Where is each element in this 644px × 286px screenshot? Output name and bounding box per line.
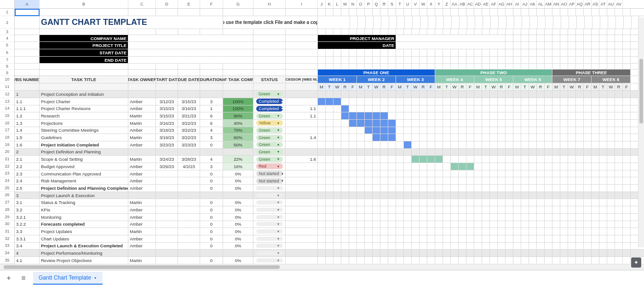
input-project-manager[interactable] (396, 35, 506, 42)
status-pill[interactable]: ▼ (256, 244, 283, 248)
cell-pct[interactable]: 0% (223, 214, 253, 221)
cell-due[interactable] (178, 243, 200, 250)
column-header-P[interactable]: P (365, 0, 373, 8)
cell-wbs[interactable]: 4 (15, 250, 40, 257)
table-row[interactable]: 2.3Communication Plan ApprovedAmber00%No… (15, 170, 644, 178)
row-header-19[interactable]: 19 (0, 141, 14, 149)
cell-wbs[interactable]: 2.5 (15, 185, 40, 192)
vertical-scrollbar[interactable] (638, 18, 644, 247)
cell-title[interactable]: Risk Management (40, 177, 128, 184)
cell-pred[interactable] (286, 141, 318, 148)
cell-start[interactable] (156, 235, 178, 242)
status-pill[interactable]: ▼ (256, 222, 283, 226)
column-header-S[interactable]: S (388, 0, 396, 8)
cell-pred[interactable] (286, 177, 318, 184)
cell-start[interactable] (156, 149, 178, 156)
table-row[interactable]: 1.3ProjectionsMartin3/16/233/22/23640%Ye… (15, 120, 644, 127)
cell-status[interactable]: ▼ (253, 257, 286, 264)
cell-status[interactable]: Completed▼ (253, 105, 286, 112)
cell-pred[interactable] (286, 250, 318, 257)
cell-title[interactable]: Project Updates (40, 228, 128, 235)
cell-wbs[interactable]: 3.3 (15, 228, 40, 235)
column-header-E[interactable]: E (178, 0, 200, 8)
column-header-AP[interactable]: AP (568, 0, 576, 8)
cell-pct[interactable]: 100% (223, 105, 253, 112)
cell-wbs[interactable]: 1.2 (15, 112, 40, 119)
cell-wbs[interactable]: 3.1 (15, 199, 40, 206)
input-end-date[interactable] (128, 57, 253, 64)
row-header-14[interactable]: 14 (0, 105, 14, 112)
cell-pct[interactable] (223, 192, 253, 199)
column-header-AU[interactable]: AU (607, 0, 615, 8)
cell-due[interactable] (178, 199, 200, 206)
cell-wbs[interactable]: 1.4 (15, 127, 40, 134)
cell-due[interactable]: 3/21/23 (178, 112, 200, 119)
table-row[interactable]: 3.1Status & TrackingMartin00%▼ (15, 199, 644, 206)
cell-status[interactable]: Green▼ (253, 141, 286, 148)
cell-pred[interactable]: 1.6 (286, 156, 318, 163)
column-header-AE[interactable]: AE (482, 0, 490, 8)
cell-duration[interactable]: 0 (200, 206, 223, 213)
cell-duration[interactable]: 0 (200, 243, 223, 250)
row-header-11[interactable]: 11 (0, 83, 14, 91)
row-header-17[interactable]: 17 (0, 127, 14, 134)
cell-pct[interactable]: 100% (223, 98, 253, 105)
table-row[interactable]: 4Project Performance/Monitoring▼ (15, 250, 644, 257)
cell-status[interactable]: Red▼ (253, 163, 286, 170)
cell-duration[interactable]: 0 (200, 235, 223, 242)
row-header-27[interactable]: 27 (0, 199, 14, 206)
cell-pct[interactable]: 22% (223, 156, 253, 163)
table-row[interactable]: 2Project Definition and PlanningGreen▼ (15, 149, 644, 156)
table-row[interactable]: 2.1Scope & Goal SettingMartin3/24/233/28… (15, 156, 644, 163)
cell-title[interactable]: Projections (40, 120, 128, 127)
cell-wbs[interactable]: 3.3.1 (15, 235, 40, 242)
cell-due[interactable] (178, 149, 200, 156)
row-header-10[interactable]: 10 (0, 76, 14, 83)
column-header-F[interactable]: F (200, 0, 223, 8)
column-header-O[interactable]: O (357, 0, 365, 8)
cell-owner[interactable]: Amber (128, 221, 156, 228)
cell-status[interactable]: Green▼ (253, 156, 286, 163)
cell-title[interactable]: Status & Tracking (40, 199, 128, 206)
column-header-AA[interactable]: AA (451, 0, 459, 8)
status-pill[interactable]: Green▼ (256, 113, 283, 119)
row-header-9[interactable]: 9 (0, 70, 14, 76)
cell-pred[interactable] (286, 192, 318, 199)
cell-owner[interactable]: Martin (128, 199, 156, 206)
row-header-15[interactable]: 15 (0, 112, 14, 120)
cell-title[interactable]: KPIs (40, 206, 128, 213)
cell-duration[interactable]: 0 (200, 214, 223, 221)
cell-start[interactable]: 3/19/23 (156, 134, 178, 141)
cell-duration[interactable]: 3 (200, 98, 223, 105)
cell-title[interactable]: Project Performance/Monitoring (40, 250, 128, 257)
cell-wbs[interactable]: 1.1 (15, 98, 40, 105)
column-header-V[interactable]: V (412, 0, 420, 8)
input-project-title[interactable] (128, 42, 253, 49)
cell-pred[interactable] (286, 120, 318, 127)
column-header-AL[interactable]: AL (537, 0, 545, 8)
cell-pred[interactable]: 1.4 (286, 134, 318, 141)
cell-pct[interactable]: 0% (223, 170, 253, 177)
cell-due[interactable]: 3/15/23 (178, 98, 200, 105)
sheet-canvas[interactable]: GANTT CHART TEMPLATE To use the template… (15, 9, 644, 264)
cell-wbs[interactable]: 3.2.1 (15, 214, 40, 221)
cell-owner[interactable]: Martin (128, 156, 156, 163)
column-header-AD[interactable]: AD (474, 0, 482, 8)
table-row[interactable]: 3.3.1Chart UpdatesAmber00%▼ (15, 235, 644, 243)
cell-owner[interactable]: Amber (128, 177, 156, 184)
cell-status[interactable]: Not started▼ (253, 170, 286, 177)
cell-status[interactable]: ▼ (253, 199, 286, 206)
column-header-AR[interactable]: AR (584, 0, 592, 8)
cell-start[interactable] (156, 243, 178, 250)
cell-pct[interactable]: 0% (223, 185, 253, 192)
column-header-Z[interactable]: Z (443, 0, 451, 8)
cell-pred[interactable] (286, 91, 318, 98)
cell-start[interactable] (156, 199, 178, 206)
cell-wbs[interactable]: 1.6 (15, 141, 40, 148)
cell-status[interactable]: Yellow▼ (253, 120, 286, 127)
status-pill[interactable]: ▼ (256, 251, 283, 255)
cell-owner[interactable] (128, 192, 156, 199)
cell-pred[interactable] (286, 127, 318, 134)
cell-duration[interactable]: 4 (200, 127, 223, 134)
column-header-AS[interactable]: AS (592, 0, 599, 8)
